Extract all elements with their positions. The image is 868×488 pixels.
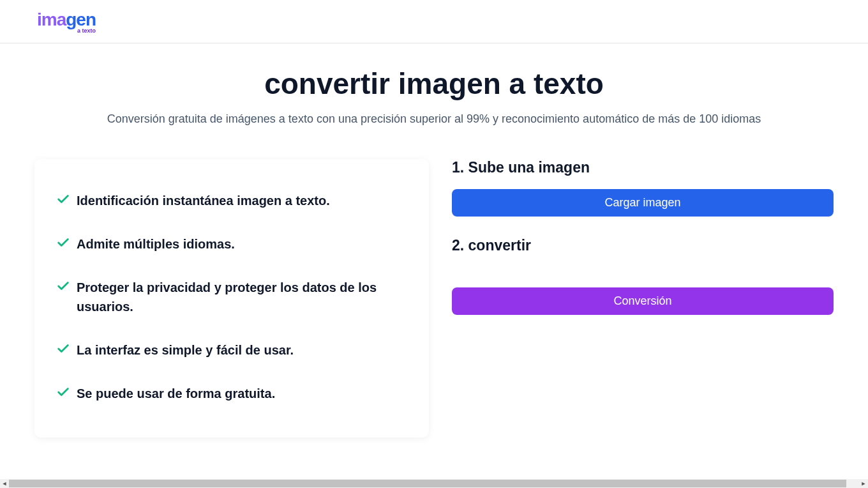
step2-title: 2. convertir bbox=[452, 237, 834, 254]
logo-subtitle: a texto bbox=[77, 27, 96, 34]
feature-item: Proteger la privacidad y proteger los da… bbox=[56, 278, 407, 316]
feature-text: La interfaz es simple y fácil de usar. bbox=[77, 340, 294, 360]
feature-text: Identificación instantánea imagen a text… bbox=[77, 191, 330, 210]
feature-text: Admite múltiples idiomas. bbox=[77, 234, 235, 254]
check-icon bbox=[56, 279, 70, 293]
feature-item: Identificación instantánea imagen a text… bbox=[56, 191, 407, 210]
logo-part2: gen bbox=[66, 10, 96, 29]
features-card: Identificación instantánea imagen a text… bbox=[34, 159, 429, 438]
feature-text: Se puede usar de forma gratuita. bbox=[77, 384, 275, 403]
scrollbar-track[interactable] bbox=[9, 479, 859, 488]
content-area: Identificación instantánea imagen a text… bbox=[0, 159, 868, 438]
horizontal-scrollbar[interactable]: ◄ ► bbox=[0, 479, 868, 488]
logo-part1: ima bbox=[37, 10, 66, 29]
check-icon bbox=[56, 192, 70, 206]
header: imagen a texto bbox=[0, 0, 868, 43]
scrollbar-left-arrow-icon[interactable]: ◄ bbox=[0, 479, 9, 488]
check-icon bbox=[56, 236, 70, 250]
check-icon bbox=[56, 385, 70, 399]
feature-item: Se puede usar de forma gratuita. bbox=[56, 384, 407, 403]
convert-button[interactable]: Conversión bbox=[452, 287, 834, 315]
feature-item: La interfaz es simple y fácil de usar. bbox=[56, 340, 407, 360]
step1-title: 1. Sube una imagen bbox=[452, 159, 834, 176]
scrollbar-thumb[interactable] bbox=[9, 480, 846, 487]
feature-item: Admite múltiples idiomas. bbox=[56, 234, 407, 254]
scrollbar-right-arrow-icon[interactable]: ► bbox=[859, 479, 868, 488]
feature-text: Proteger la privacidad y proteger los da… bbox=[77, 278, 407, 316]
page-title: convertir imagen a texto bbox=[0, 66, 868, 101]
upload-button[interactable]: Cargar imagen bbox=[452, 189, 834, 217]
upload-area: 1. Sube una imagen Cargar imagen 2. conv… bbox=[452, 159, 834, 438]
check-icon bbox=[56, 342, 70, 356]
page-subtitle: Conversión gratuita de imágenes a texto … bbox=[0, 112, 868, 126]
logo[interactable]: imagen a texto bbox=[37, 10, 96, 34]
